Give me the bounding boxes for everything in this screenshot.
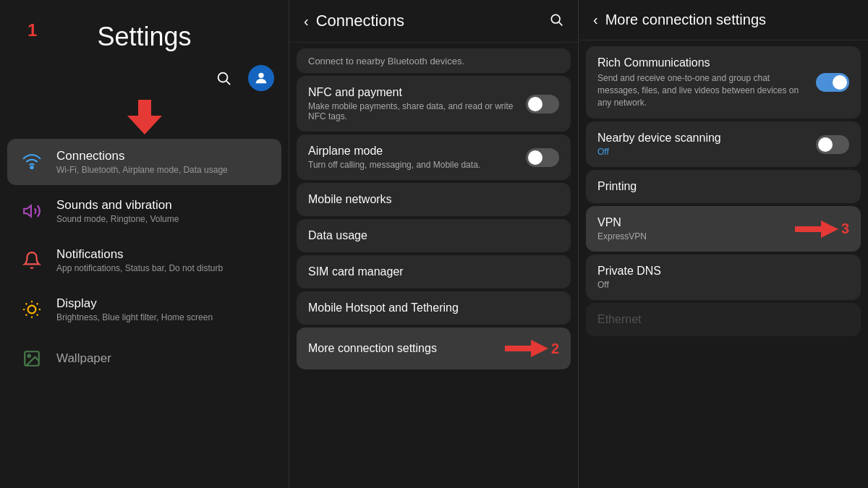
svg-line-1 — [226, 81, 230, 85]
airplane-title: Airplane mode — [308, 145, 480, 158]
connections-list: Connect to nearby Bluetooth devices. NFC… — [289, 43, 578, 488]
svg-point-15 — [28, 355, 30, 357]
conn-item-airplane[interactable]: Airplane mode Turn off calling, messagin… — [297, 134, 571, 180]
step-3-arrow-group: 3 — [795, 218, 849, 240]
display-icon — [19, 296, 45, 322]
rich-comm-text: Rich Communications Send and receive one… — [597, 56, 809, 108]
more-back-icon[interactable]: ‹ — [593, 12, 598, 28]
nfc-title: NFC and payment — [308, 86, 526, 99]
sounds-subtitle: Sound mode, Ringtone, Volume — [56, 214, 179, 224]
nfc-toggle[interactable] — [526, 95, 559, 114]
vpn-text: VPN ExpressVPN — [597, 216, 647, 241]
svg-point-16 — [551, 14, 560, 23]
nearby-scanning-row: Nearby device scanning Off — [597, 132, 849, 157]
step-3-arrow — [795, 218, 838, 240]
svg-point-0 — [218, 73, 228, 82]
svg-line-12 — [26, 314, 27, 316]
sounds-text: Sounds and vibration Sound mode, Rington… — [56, 198, 179, 224]
conn-item-more-settings[interactable]: More connection settings 2 — [297, 328, 571, 369]
settings-item-connections[interactable]: Connections Wi-Fi, Bluetooth, Airplane m… — [7, 139, 281, 185]
rich-comm-toggle[interactable] — [816, 73, 849, 92]
wallpaper-icon — [19, 346, 45, 372]
more-item-printing[interactable]: Printing — [586, 170, 861, 203]
settings-search-area — [0, 65, 289, 98]
display-text: Display Brightness, Blue light filter, H… — [56, 296, 213, 322]
svg-marker-4 — [24, 205, 31, 216]
private-dns-subtitle: Off — [597, 280, 849, 290]
nearby-scanning-title: Nearby device scanning — [597, 132, 721, 145]
connections-panel: ‹ Connections Connect to nearby Bluetoot… — [289, 0, 579, 488]
svg-point-3 — [30, 166, 33, 168]
notifications-text: Notifications App notifications, Status … — [56, 247, 223, 273]
mobile-networks-title: Mobile networks — [308, 193, 559, 206]
airplane-subtitle: Turn off calling, messaging, and Mobile … — [308, 160, 480, 170]
display-title: Display — [56, 296, 213, 311]
more-item-ethernet[interactable]: Ethernet — [586, 303, 861, 336]
conn-item-nfc[interactable]: NFC and payment Make mobile payments, sh… — [297, 76, 571, 132]
back-icon[interactable]: ‹ — [304, 13, 309, 30]
settings-title: Settings — [97, 22, 191, 52]
nfc-row: NFC and payment Make mobile payments, sh… — [308, 86, 559, 121]
svg-rect-18 — [505, 346, 531, 351]
svg-rect-20 — [795, 226, 821, 232]
step-3-badge: 3 — [841, 221, 849, 237]
connections-panel-title: Connections — [316, 12, 404, 30]
more-item-rich-comm[interactable]: Rich Communications Send and receive one… — [586, 46, 861, 119]
airplane-toggle[interactable] — [526, 148, 559, 167]
conn-item-bluetooth-nearby[interactable]: Connect to nearby Bluetooth devices. — [297, 48, 571, 73]
nearby-scanning-subtitle: Off — [597, 147, 721, 157]
nfc-text: NFC and payment Make mobile payments, sh… — [308, 86, 526, 121]
conn-item-hotspot[interactable]: Mobile Hotspot and Tethering — [297, 291, 571, 325]
conn-item-sim-manager[interactable]: SIM card manager — [297, 255, 571, 288]
more-item-vpn[interactable]: VPN ExpressVPN 3 — [586, 206, 861, 252]
ethernet-title: Ethernet — [597, 313, 849, 326]
wallpaper-text: Wallpaper — [56, 351, 111, 366]
settings-list: Connections Wi-Fi, Bluetooth, Airplane m… — [0, 139, 289, 488]
settings-item-wallpaper[interactable]: Wallpaper — [7, 335, 281, 382]
step-1-badge: 1 — [27, 20, 37, 40]
airplane-row: Airplane mode Turn off calling, messagin… — [308, 145, 559, 170]
settings-header: 1 Settings — [0, 0, 289, 65]
connections-subtitle: Wi-Fi, Bluetooth, Airplane mode, Data us… — [56, 165, 228, 175]
search-icon[interactable] — [210, 65, 237, 91]
more-settings-panel: ‹ More connection settings Rich Communic… — [579, 0, 868, 488]
svg-line-9 — [37, 314, 38, 316]
sounds-title: Sounds and vibration — [56, 198, 179, 213]
display-subtitle: Brightness, Blue light filter, Home scre… — [56, 312, 213, 322]
rich-comm-row: Rich Communications Send and receive one… — [597, 56, 849, 108]
settings-item-display[interactable]: Display Brightness, Blue light filter, H… — [7, 286, 281, 333]
svg-line-17 — [559, 22, 563, 25]
settings-panel: 1 Settings — [0, 0, 289, 488]
vpn-title: VPN — [597, 216, 647, 229]
svg-line-13 — [37, 304, 38, 305]
rich-comm-desc: Send and receive one-to-one and group ch… — [597, 72, 809, 108]
step-2-arrow-group: 2 — [505, 338, 559, 359]
more-settings-list: Rich Communications Send and receive one… — [579, 40, 868, 488]
svg-marker-21 — [821, 221, 838, 238]
more-item-private-dns[interactable]: Private DNS Off — [586, 254, 861, 300]
private-dns-title: Private DNS — [597, 265, 849, 278]
nearby-scanning-toggle[interactable] — [816, 135, 849, 154]
data-usage-title: Data usage — [308, 229, 559, 242]
notifications-icon — [19, 247, 45, 273]
step-2-arrow — [505, 338, 548, 359]
settings-item-notifications[interactable]: Notifications App notifications, Status … — [7, 237, 281, 283]
connections-title: Connections — [56, 149, 228, 163]
connections-search-icon[interactable] — [549, 12, 563, 30]
connections-icon — [19, 149, 45, 175]
nearby-scanning-text: Nearby device scanning Off — [597, 132, 721, 157]
notifications-title: Notifications — [56, 247, 223, 262]
svg-marker-19 — [531, 340, 548, 357]
conn-item-data-usage[interactable]: Data usage — [297, 219, 571, 252]
vpn-subtitle: ExpressVPN — [597, 231, 647, 241]
connections-header-left: ‹ Connections — [304, 12, 404, 30]
settings-item-sounds[interactable]: Sounds and vibration Sound mode, Rington… — [7, 188, 281, 234]
rich-comm-title: Rich Communications — [597, 56, 809, 69]
connections-header: ‹ Connections — [289, 0, 578, 43]
hotspot-title: Mobile Hotspot and Tethering — [308, 301, 559, 314]
avatar[interactable] — [248, 65, 274, 91]
svg-point-5 — [28, 306, 36, 314]
more-item-nearby-scanning[interactable]: Nearby device scanning Off — [586, 121, 861, 167]
notifications-subtitle: App notifications, Status bar, Do not di… — [56, 263, 223, 273]
conn-item-mobile-networks[interactable]: Mobile networks — [297, 183, 571, 216]
